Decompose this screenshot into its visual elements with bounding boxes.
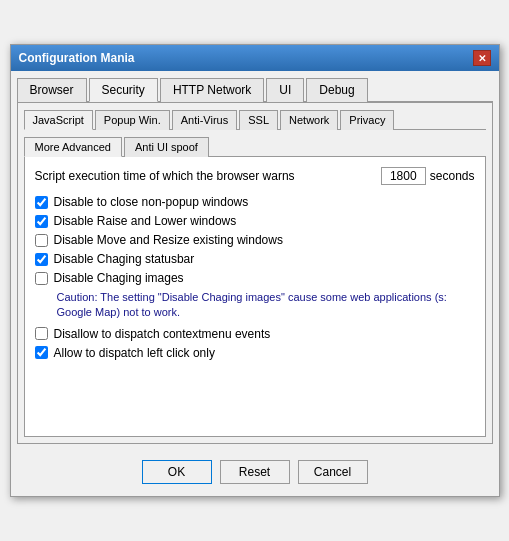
tab-security[interactable]: Security [89,78,158,102]
checkbox-allow-left-click[interactable] [35,346,48,359]
main-window: Configuration Mania ✕ Browser Security H… [10,44,500,497]
subtab-network[interactable]: Network [280,110,338,130]
checkbox-row-1: Disable Raise and Lower windows [35,214,475,228]
ok-button[interactable]: OK [142,460,212,484]
close-button[interactable]: ✕ [473,50,491,66]
script-time-unit: seconds [430,169,475,183]
checkbox-disallow-contextmenu[interactable] [35,327,48,340]
checkbox-row-3: Disable Chaging statusbar [35,252,475,266]
checkbox-disable-chaging-images[interactable] [35,272,48,285]
checkbox-disable-chaging-statusbar[interactable] [35,253,48,266]
tab-http-network[interactable]: HTTP Network [160,78,264,102]
subtab-anti-virus[interactable]: Anti-Virus [172,110,237,130]
caution-checkbox-label-0: Disallow to dispatch contextmenu events [54,327,271,341]
tab-browser[interactable]: Browser [17,78,87,102]
title-bar-controls: ✕ [473,50,491,66]
script-time-label: Script execution time of which the brows… [35,169,377,183]
caution-checkbox-row-0: Disallow to dispatch contextmenu events [35,327,475,341]
content-area: Script execution time of which the brows… [24,157,486,437]
checkbox-label-0: Disable to close non-popup windows [54,195,249,209]
checkbox-label-3: Disable Chaging statusbar [54,252,195,266]
subtab-popup-win[interactable]: Popup Win. [95,110,170,130]
checkbox-disable-close-non-popup[interactable] [35,196,48,209]
button-row: OK Reset Cancel [17,454,493,490]
checkbox-row-2: Disable Move and Resize existing windows [35,233,475,247]
checkbox-row-0: Disable to close non-popup windows [35,195,475,209]
subtab-privacy[interactable]: Privacy [340,110,394,130]
caution-checkbox-label-1: Allow to dispatch left click only [54,346,215,360]
checkbox-row-4: Disable Chaging images [35,271,475,285]
caution-checkbox-row-1: Allow to dispatch left click only [35,346,475,360]
title-bar: Configuration Mania ✕ [11,45,499,71]
cancel-button[interactable]: Cancel [298,460,368,484]
window-title: Configuration Mania [19,51,135,65]
checkbox-label-2: Disable Move and Resize existing windows [54,233,283,247]
subtab-ssl[interactable]: SSL [239,110,278,130]
subtab-javascript[interactable]: JavaScript [24,110,93,130]
inner-panel: JavaScript Popup Win. Anti-Virus SSL Net… [17,102,493,444]
subsub-tab-more-advanced[interactable]: More Advanced [24,137,122,157]
checkbox-disable-raise-lower[interactable] [35,215,48,228]
checkbox-disable-move-resize[interactable] [35,234,48,247]
main-tabs: Browser Security HTTP Network UI Debug [17,77,493,102]
caution-text: Caution: The setting "Disable Chaging im… [57,290,475,321]
script-time-row: Script execution time of which the brows… [35,167,475,185]
subsub-tab-anti-ui-spoof[interactable]: Anti UI spoof [124,137,209,157]
sub-tabs: JavaScript Popup Win. Anti-Virus SSL Net… [24,109,486,130]
checkbox-label-1: Disable Raise and Lower windows [54,214,237,228]
script-time-input[interactable] [381,167,426,185]
reset-button[interactable]: Reset [220,460,290,484]
subsub-tabs: More Advanced Anti UI spoof [24,136,486,157]
window-body: Browser Security HTTP Network UI Debug J… [11,71,499,496]
tab-debug[interactable]: Debug [306,78,367,102]
checkbox-label-4: Disable Chaging images [54,271,184,285]
tab-ui[interactable]: UI [266,78,304,102]
